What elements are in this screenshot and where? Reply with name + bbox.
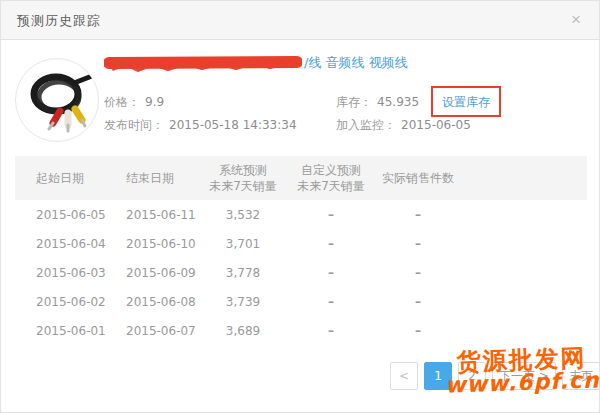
table-row: 2015-06-03 2015-06-09 3,778 – –: [15, 258, 587, 287]
pagination-prev-button[interactable]: <: [390, 362, 418, 390]
table-row: 2015-06-01 2015-06-07 3,689 – –: [15, 316, 587, 345]
cell-actual-sales: –: [373, 229, 463, 258]
cell-custom-forecast: –: [289, 316, 373, 345]
annotation-box: 设置库存: [431, 86, 501, 117]
forecast-table: 起始日期 结束日期 系统预测未来7天销量 自定义预测未来7天销量 实际销售件数 …: [15, 156, 587, 345]
cell-end-date: 2015-06-08: [111, 287, 197, 316]
monitor-label: 加入监控：: [336, 118, 396, 132]
cell-end-date: 2015-06-09: [111, 258, 197, 287]
table-header-row: 起始日期 结束日期 系统预测未来7天销量 自定义预测未来7天销量 实际销售件数: [15, 156, 587, 200]
cell-custom-forecast: –: [289, 287, 373, 316]
set-stock-button[interactable]: 设置库存: [442, 95, 490, 109]
dialog-titlebar: 预测历史跟踪 ×: [1, 1, 599, 40]
redaction-scribble-icon: [104, 54, 302, 72]
pagination-last-button[interactable]: 末页: [562, 362, 600, 390]
publish-time-row: 发布时间： 2015-05-18 14:33:34: [104, 114, 297, 134]
prediction-history-dialog: 预测历史跟踪 × /线 音频线 视频线 价格： 9.9: [0, 0, 600, 413]
av-cable-image: [16, 59, 99, 142]
product-image: [15, 58, 99, 142]
header-end-date: 结束日期: [111, 156, 197, 200]
pagination-page-1[interactable]: 1: [424, 362, 452, 390]
publish-time-label: 发布时间：: [104, 118, 164, 132]
product-title-line: /线 音频线 视频线: [104, 54, 408, 72]
table-row: 2015-06-04 2015-06-10 3,701 – –: [15, 229, 587, 258]
monitor-row: 加入监控： 2015-06-05: [336, 114, 471, 134]
price-row: 价格： 9.9: [104, 91, 164, 111]
cell-actual-sales: –: [373, 316, 463, 345]
price-value: 9.9: [145, 95, 164, 109]
pagination-next-button[interactable]: 下一页 >: [492, 362, 556, 390]
cell-custom-forecast: –: [289, 229, 373, 258]
cell-actual-sales: –: [373, 287, 463, 316]
monitor-value: 2015-06-05: [401, 118, 471, 132]
cell-end-date: 2015-06-07: [111, 316, 197, 345]
cell-system-forecast: 3,778: [197, 258, 289, 287]
cell-actual-sales: –: [373, 200, 463, 229]
table-row: 2015-06-02 2015-06-08 3,739 – –: [15, 287, 587, 316]
price-label: 价格：: [104, 95, 140, 109]
pagination-page-2[interactable]: 2: [458, 362, 486, 390]
cell-start-date: 2015-06-01: [15, 316, 111, 345]
cell-end-date: 2015-06-11: [111, 200, 197, 229]
cell-custom-forecast: –: [289, 200, 373, 229]
cell-system-forecast: 3,689: [197, 316, 289, 345]
cell-start-date: 2015-06-04: [15, 229, 111, 258]
header-start-date: 起始日期: [15, 156, 111, 200]
header-actual-sales: 实际销售件数: [373, 156, 463, 200]
cell-end-date: 2015-06-10: [111, 229, 197, 258]
cell-actual-sales: –: [373, 258, 463, 287]
cell-custom-forecast: –: [289, 258, 373, 287]
header-system-forecast: 系统预测未来7天销量: [197, 156, 289, 200]
stock-value: 45.935: [377, 95, 419, 109]
cell-start-date: 2015-06-05: [15, 200, 111, 229]
dialog-title: 预测历史跟踪: [17, 12, 101, 30]
cell-start-date: 2015-06-03: [15, 258, 111, 287]
cell-system-forecast: 3,532: [197, 200, 289, 229]
stock-label: 库存：: [336, 95, 372, 109]
close-icon[interactable]: ×: [565, 9, 587, 31]
publish-time-value: 2015-05-18 14:33:34: [169, 118, 296, 132]
cell-start-date: 2015-06-02: [15, 287, 111, 316]
header-custom-forecast: 自定义预测未来7天销量: [289, 156, 373, 200]
product-title-link[interactable]: /线 音频线 视频线: [304, 54, 408, 72]
cell-system-forecast: 3,739: [197, 287, 289, 316]
stock-row: 库存： 45.935: [336, 91, 419, 111]
table-row: 2015-06-05 2015-06-11 3,532 – –: [15, 200, 587, 229]
cell-system-forecast: 3,701: [197, 229, 289, 258]
pagination: < 1 2 下一页 > 末页: [390, 362, 600, 390]
